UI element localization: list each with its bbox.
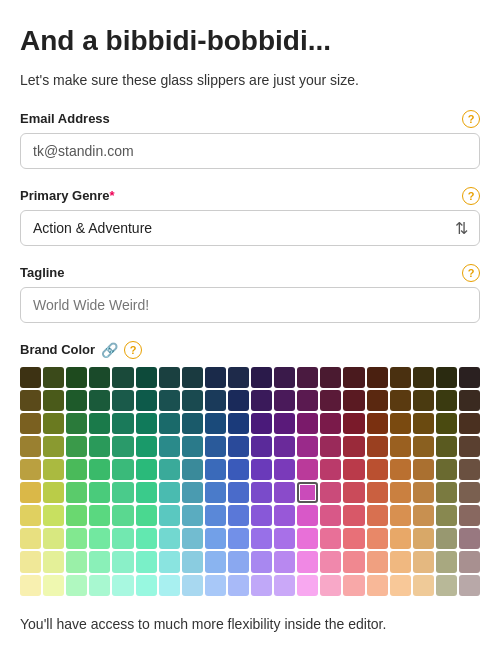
color-swatch[interactable] (459, 459, 480, 480)
color-swatch[interactable] (343, 390, 364, 411)
color-swatch[interactable] (136, 551, 157, 572)
color-swatch[interactable] (459, 390, 480, 411)
color-swatch[interactable] (297, 482, 318, 503)
color-swatch[interactable] (274, 528, 295, 549)
color-swatch[interactable] (89, 551, 110, 572)
color-swatch[interactable] (136, 528, 157, 549)
color-swatch[interactable] (367, 575, 388, 596)
color-swatch[interactable] (136, 459, 157, 480)
color-swatch[interactable] (89, 390, 110, 411)
color-swatch[interactable] (205, 505, 226, 526)
color-swatch[interactable] (182, 575, 203, 596)
color-swatch[interactable] (251, 575, 272, 596)
color-swatch[interactable] (274, 459, 295, 480)
color-swatch[interactable] (159, 505, 180, 526)
color-swatch[interactable] (459, 551, 480, 572)
color-swatch[interactable] (159, 367, 180, 388)
color-swatch[interactable] (367, 505, 388, 526)
color-swatch[interactable] (251, 367, 272, 388)
color-swatch[interactable] (413, 551, 434, 572)
color-swatch[interactable] (251, 459, 272, 480)
color-swatch[interactable] (182, 436, 203, 457)
color-swatch[interactable] (89, 482, 110, 503)
color-swatch[interactable] (89, 505, 110, 526)
color-swatch[interactable] (89, 436, 110, 457)
color-swatch[interactable] (251, 482, 272, 503)
color-swatch[interactable] (112, 482, 133, 503)
color-swatch[interactable] (205, 413, 226, 434)
color-swatch[interactable] (89, 528, 110, 549)
color-swatch[interactable] (320, 436, 341, 457)
color-swatch[interactable] (182, 505, 203, 526)
color-swatch[interactable] (228, 390, 249, 411)
color-swatch[interactable] (274, 413, 295, 434)
color-swatch[interactable] (251, 413, 272, 434)
color-swatch[interactable] (297, 505, 318, 526)
color-swatch[interactable] (43, 436, 64, 457)
color-swatch[interactable] (274, 436, 295, 457)
color-swatch[interactable] (320, 413, 341, 434)
color-swatch[interactable] (159, 413, 180, 434)
color-swatch[interactable] (136, 575, 157, 596)
color-swatch[interactable] (274, 575, 295, 596)
color-swatch[interactable] (182, 367, 203, 388)
color-swatch[interactable] (459, 436, 480, 457)
color-swatch[interactable] (390, 413, 411, 434)
color-swatch[interactable] (251, 390, 272, 411)
color-swatch[interactable] (159, 528, 180, 549)
color-swatch[interactable] (390, 436, 411, 457)
color-swatch[interactable] (343, 528, 364, 549)
color-swatch[interactable] (159, 575, 180, 596)
color-swatch[interactable] (43, 528, 64, 549)
color-swatch[interactable] (112, 505, 133, 526)
brand-color-link-icon[interactable]: 🔗 (101, 342, 118, 358)
email-input[interactable] (20, 133, 480, 169)
color-swatch[interactable] (297, 413, 318, 434)
email-help-icon[interactable]: ? (462, 110, 480, 128)
color-swatch[interactable] (367, 436, 388, 457)
color-swatch[interactable] (136, 413, 157, 434)
color-swatch[interactable] (436, 436, 457, 457)
color-swatch[interactable] (43, 551, 64, 572)
color-swatch[interactable] (89, 459, 110, 480)
color-swatch[interactable] (436, 413, 457, 434)
brand-color-help-icon[interactable]: ? (124, 341, 142, 359)
color-swatch[interactable] (66, 575, 87, 596)
color-swatch[interactable] (182, 390, 203, 411)
color-swatch[interactable] (228, 459, 249, 480)
color-swatch[interactable] (436, 390, 457, 411)
color-swatch[interactable] (413, 390, 434, 411)
color-swatch[interactable] (159, 551, 180, 572)
color-swatch[interactable] (66, 505, 87, 526)
color-swatch[interactable] (343, 413, 364, 434)
color-swatch[interactable] (66, 436, 87, 457)
color-swatch[interactable] (390, 528, 411, 549)
color-swatch[interactable] (413, 436, 434, 457)
color-swatch[interactable] (390, 459, 411, 480)
color-swatch[interactable] (274, 367, 295, 388)
color-swatch[interactable] (89, 575, 110, 596)
color-swatch[interactable] (343, 459, 364, 480)
color-swatch[interactable] (43, 413, 64, 434)
color-swatch[interactable] (320, 367, 341, 388)
color-swatch[interactable] (343, 482, 364, 503)
color-swatch[interactable] (20, 459, 41, 480)
color-swatch[interactable] (367, 367, 388, 388)
color-swatch[interactable] (320, 390, 341, 411)
color-swatch[interactable] (251, 551, 272, 572)
color-swatch[interactable] (159, 482, 180, 503)
color-swatch[interactable] (459, 482, 480, 503)
color-swatch[interactable] (66, 551, 87, 572)
color-swatch[interactable] (43, 367, 64, 388)
tagline-help-icon[interactable]: ? (462, 264, 480, 282)
color-swatch[interactable] (205, 575, 226, 596)
color-swatch[interactable] (413, 413, 434, 434)
color-swatch[interactable] (390, 390, 411, 411)
color-swatch[interactable] (367, 551, 388, 572)
color-swatch[interactable] (367, 390, 388, 411)
color-swatch[interactable] (297, 551, 318, 572)
color-swatch[interactable] (112, 390, 133, 411)
color-swatch[interactable] (459, 505, 480, 526)
color-swatch[interactable] (66, 482, 87, 503)
color-swatch[interactable] (182, 459, 203, 480)
